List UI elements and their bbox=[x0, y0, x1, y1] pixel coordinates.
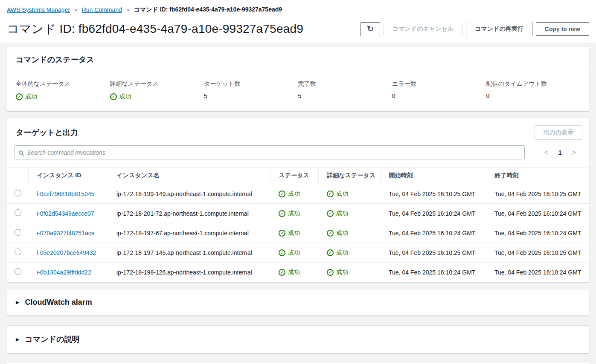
success-check-icon: ✓ bbox=[327, 249, 334, 256]
cancel-command-button[interactable]: コマンドのキャンセル bbox=[384, 22, 462, 36]
refresh-button[interactable]: ↻ bbox=[361, 22, 380, 36]
page-header: AWS Systems Manager > Run Command > コマンド… bbox=[0, 0, 596, 43]
field-value: 0 bbox=[392, 92, 486, 99]
column-header-start-time: 開始時刻 bbox=[380, 168, 486, 184]
table-row: i-070a9327f48251ace ip-172-18-197-67.ap-… bbox=[7, 223, 589, 243]
status-text: 成功 bbox=[288, 210, 300, 217]
success-check-icon: ✓ bbox=[327, 230, 334, 237]
start-time: Tue, 04 Feb 2025 16:10:24 GMT bbox=[380, 263, 486, 282]
chevron-right-icon: > bbox=[74, 7, 78, 13]
field-value: 成功 bbox=[119, 93, 131, 101]
start-time: Tue, 04 Feb 2025 16:10:24 GMT bbox=[380, 204, 486, 223]
current-page-number[interactable]: 1 bbox=[558, 149, 562, 156]
header-actions: ↻ コマンドのキャンセル コマンドの再実行 Copy to new bbox=[361, 22, 589, 36]
column-header-status: ステータス bbox=[270, 168, 318, 184]
section-command-description[interactable]: ▶ コマンドの説明 bbox=[7, 325, 589, 353]
end-time: Tue, 04 Feb 2025 16:10:24 GMT bbox=[486, 223, 589, 243]
success-check-icon: ✓ bbox=[327, 269, 334, 276]
success-check-icon: ✓ bbox=[279, 269, 285, 276]
field-detailed-status: 詳細なステータス ✓ 成功 bbox=[110, 80, 204, 101]
column-header-end-time: 終了時刻 bbox=[486, 168, 589, 184]
copy-to-new-button[interactable]: Copy to new bbox=[536, 22, 589, 36]
instance-id-link[interactable]: i-05e20207bce649432 bbox=[37, 249, 96, 256]
detailed-status-text: 成功 bbox=[336, 229, 348, 237]
detailed-status-text: 成功 bbox=[336, 249, 348, 257]
row-radio-button[interactable] bbox=[15, 229, 21, 236]
next-page-icon[interactable]: > bbox=[572, 149, 576, 156]
field-value: 成功 bbox=[25, 93, 37, 101]
start-time: Tue, 04 Feb 2025 16:10:25 GMT bbox=[380, 243, 486, 263]
instance-id-link[interactable]: i-0cef796818b815045 bbox=[37, 191, 94, 197]
status-text: 成功 bbox=[288, 249, 300, 257]
end-time: Tue, 04 Feb 2025 16:10:25 GMT bbox=[486, 184, 589, 204]
section-title: コマンドの説明 bbox=[25, 334, 79, 344]
breadcrumb-link-run-command[interactable]: Run Command bbox=[82, 6, 122, 13]
section-title: CloudWatch alarm bbox=[25, 298, 92, 307]
field-value: 0 bbox=[486, 92, 581, 99]
instance-name: ip-172-18-201-72.ap-northeast-1.compute.… bbox=[108, 204, 270, 223]
column-header-instance-name: インスタンス名 bbox=[108, 168, 270, 184]
column-header-detailed-status: 詳細なステータス bbox=[318, 168, 380, 184]
start-time: Tue, 04 Feb 2025 16:10:25 GMT bbox=[380, 184, 486, 204]
instance-name: ip-172-18-197-145.ap-northeast-1.compute… bbox=[108, 243, 270, 263]
success-check-icon: ✓ bbox=[279, 230, 285, 237]
instance-id-link[interactable]: i-070a9327f48251ace bbox=[37, 230, 94, 237]
page-title: コマンド ID: fb62fd04-e435-4a79-a10e-99327a7… bbox=[7, 21, 303, 37]
table-row: i-05e20207bce649432 ip-172-18-197-145.ap… bbox=[7, 243, 589, 263]
table-header-row: インスタンス ID インスタンス名 ステータス 詳細なステータス 開始時刻 終了… bbox=[7, 168, 589, 184]
instance-id-link[interactable]: i-0f02d54349aecce07 bbox=[37, 210, 94, 217]
pagination: < 1 > bbox=[544, 149, 576, 156]
expand-arrow-icon[interactable]: ▶ bbox=[16, 337, 19, 342]
expand-arrow-icon[interactable]: ▶ bbox=[16, 300, 19, 305]
end-time: Tue, 04 Feb 2025 16:10:24 GMT bbox=[486, 204, 589, 223]
status-text: 成功 bbox=[288, 269, 300, 276]
row-radio-button[interactable] bbox=[15, 209, 21, 216]
field-value: 5 bbox=[298, 92, 392, 99]
row-radio-button[interactable] bbox=[15, 190, 21, 196]
targets-output-panel: ターゲットと出力 出力の表示 < 1 > インスタンス ID インスタンス名 ス… bbox=[7, 118, 589, 282]
field-delivery-timeout-count: 配信のタイムアウト数 0 bbox=[486, 80, 581, 101]
status-fields: 全体的なステータス ✓ 成功 詳細なステータス ✓ 成功 ターゲット数 5 完了… bbox=[7, 72, 589, 111]
breadcrumb: AWS Systems Manager > Run Command > コマンド… bbox=[7, 6, 589, 14]
start-time: Tue, 04 Feb 2025 16:10:24 GMT bbox=[380, 223, 486, 243]
command-status-panel: コマンドのステータス 全体的なステータス ✓ 成功 詳細なステータス ✓ 成功 … bbox=[7, 46, 589, 111]
invocations-table: インスタンス ID インスタンス名 ステータス 詳細なステータス 開始時刻 終了… bbox=[7, 167, 589, 282]
search-input[interactable] bbox=[27, 149, 520, 156]
table-row: i-0f02d54349aecce07 ip-172-18-201-72.ap-… bbox=[7, 204, 589, 223]
success-check-icon: ✓ bbox=[327, 210, 334, 217]
table-row: i-0b1304a29fffddd22 ip-172-18-198-126.ap… bbox=[7, 263, 589, 282]
breadcrumb-link-systems-manager[interactable]: AWS Systems Manager bbox=[7, 6, 70, 13]
detailed-status-text: 成功 bbox=[336, 190, 348, 198]
field-completed-count: 完了数 5 bbox=[298, 80, 392, 101]
previous-page-icon[interactable]: < bbox=[544, 149, 548, 156]
status-text: 成功 bbox=[288, 229, 300, 237]
success-check-icon: ✓ bbox=[327, 191, 334, 197]
rerun-command-button[interactable]: コマンドの再実行 bbox=[466, 22, 532, 36]
chevron-right-icon: > bbox=[126, 7, 130, 13]
field-value: 5 bbox=[204, 92, 298, 99]
status-text: 成功 bbox=[288, 190, 300, 198]
targets-output-title: ターゲットと出力 bbox=[16, 127, 78, 138]
field-label: 全体的なステータス bbox=[16, 80, 110, 88]
view-output-button[interactable]: 出力の表示 bbox=[535, 125, 582, 140]
success-check-icon: ✓ bbox=[279, 210, 285, 217]
instance-name: ip-172-18-198-126.ap-northeast-1.compute… bbox=[108, 263, 270, 282]
detailed-status-text: 成功 bbox=[336, 210, 348, 217]
field-label: ターゲット数 bbox=[204, 80, 298, 88]
field-target-count: ターゲット数 5 bbox=[204, 80, 298, 101]
search-icon bbox=[19, 150, 23, 155]
row-radio-button[interactable] bbox=[15, 248, 21, 255]
field-overall-status: 全体的なステータス ✓ 成功 bbox=[16, 80, 110, 101]
column-header-instance-id: インスタンス ID bbox=[28, 168, 108, 184]
instance-name: ip-172-18-197-67.ap-northeast-1.compute.… bbox=[108, 223, 270, 243]
end-time: Tue, 04 Feb 2025 16:10:24 GMT bbox=[486, 263, 589, 282]
instance-id-link[interactable]: i-0b1304a29fffddd22 bbox=[37, 269, 91, 276]
select-column-header bbox=[7, 168, 28, 184]
detailed-status-text: 成功 bbox=[336, 269, 348, 276]
section-cloudwatch-alarm[interactable]: ▶ CloudWatch alarm bbox=[7, 289, 589, 316]
row-radio-button[interactable] bbox=[15, 268, 21, 275]
success-check-icon: ✓ bbox=[110, 93, 117, 100]
refresh-icon: ↻ bbox=[367, 24, 374, 33]
field-label: 配信のタイムアウト数 bbox=[486, 80, 581, 88]
success-check-icon: ✓ bbox=[279, 249, 285, 256]
